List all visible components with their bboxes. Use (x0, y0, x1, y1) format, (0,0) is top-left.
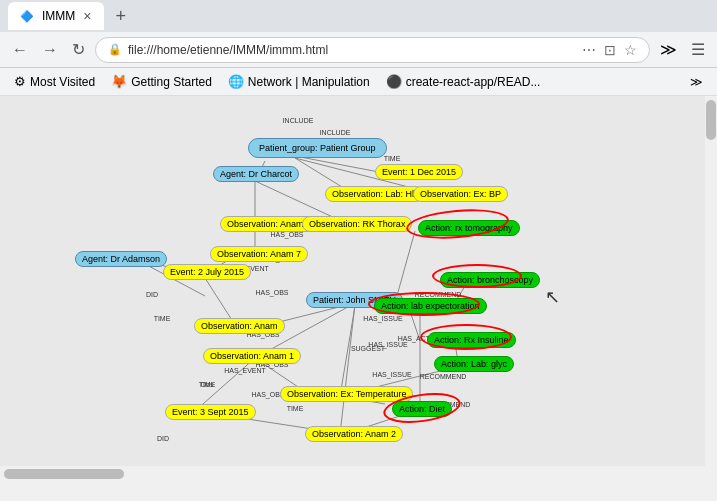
edge-label-has-issue1: HAS_ISSUE (363, 315, 402, 322)
browser-tab[interactable]: 🔷 IMMM × (8, 2, 104, 30)
new-tab-button[interactable]: + (110, 6, 133, 27)
edge-label-has-issue3: HAS_ISSUE (372, 371, 411, 378)
tab-favicon: 🔷 (20, 10, 34, 23)
node-event-dec2015[interactable]: Event: 1 Dec 2015 (375, 164, 463, 180)
gear-icon: ⚙ (14, 74, 26, 89)
red-ellipse-1 (405, 206, 510, 243)
edge-label-include2: INCLUDE (320, 129, 351, 136)
address-bar[interactable]: 🔒 file:///home/etienne/IMMM/immm.html ⋯ … (95, 37, 650, 63)
reload-button[interactable]: ↻ (68, 36, 89, 63)
node-obs-lab-hb[interactable]: Observation: Lab: Hb (325, 186, 424, 202)
edge-label-time2: TIME (154, 315, 171, 322)
edge-label-suggest1: SUGGEST (351, 345, 385, 352)
red-ellipse-3 (368, 292, 480, 316)
node-action-lab-glyc[interactable]: Action: Lab: glyc (434, 356, 514, 372)
forward-button[interactable]: → (38, 37, 62, 63)
bookmark-label: Most Visited (30, 75, 95, 89)
svg-line-15 (340, 304, 355, 434)
vertical-scrollbar[interactable] (705, 96, 717, 466)
node-obs-ex-bp[interactable]: Observation: Ex: BP (413, 186, 508, 202)
pocket-icon[interactable]: ⊡ (604, 42, 616, 58)
bookmark-label: Getting Started (131, 75, 212, 89)
node-obs-anam2[interactable]: Observation: Anam 2 (305, 426, 403, 442)
nav-bar: ← → ↻ 🔒 file:///home/etienne/IMMM/immm.h… (0, 32, 717, 68)
address-text: file:///home/etienne/IMMM/immm.html (128, 43, 576, 57)
edge-label-did2: DID (157, 435, 169, 442)
node-agent-charcot[interactable]: Agent: Dr Charcot (213, 166, 299, 182)
mouse-cursor: ↖ (545, 286, 560, 308)
globe-icon: 🌐 (228, 74, 244, 89)
firefox-icon: 🦊 (111, 74, 127, 89)
bookmark-label: Network | Manipulation (248, 75, 370, 89)
extensions-button[interactable]: ≫ (656, 36, 681, 63)
node-obs-ex-temp[interactable]: Observation: Ex: Temperature (280, 386, 413, 402)
edge-label-has-event2: HAS_EVENT (224, 367, 266, 374)
vertical-scrollbar-thumb[interactable] (706, 100, 716, 140)
bookmarks-bar: ⚙ Most Visited 🦊 Getting Started 🌐 Netwo… (0, 68, 717, 96)
edge-label-time1: TIME (384, 155, 401, 162)
bottom-bar (0, 466, 717, 482)
node-obs-rk-thorax[interactable]: Observation: RK Thorax (302, 216, 412, 232)
edge-label-recommend2: RECOMMEND (420, 373, 467, 380)
node-event-sept2015[interactable]: Event: 3 Sept 2015 (165, 404, 256, 420)
edge-label-did1: DID (146, 291, 158, 298)
bookmark-create-react-app[interactable]: ⚫ create-react-app/READ... (380, 72, 547, 91)
horizontal-scrollbar-thumb[interactable] (4, 469, 124, 479)
tab-close-button[interactable]: × (83, 8, 91, 24)
node-event-july2015[interactable]: Event: 2 July 2015 (163, 264, 251, 280)
back-button[interactable]: ← (8, 37, 32, 63)
bookmark-most-visited[interactable]: ⚙ Most Visited (8, 72, 101, 91)
bookmarks-overflow-button[interactable]: ≫ (684, 73, 709, 91)
nav-icons: ⋯ ⊡ ☆ (582, 42, 637, 58)
edge-label-time4: TIME (287, 405, 304, 412)
red-ellipse-2 (432, 264, 522, 288)
node-agent-adamson[interactable]: Agent: Dr Adamson (75, 251, 167, 267)
node-patient-group[interactable]: Patient_group: Patient Group (248, 138, 387, 158)
main-content: INCLUDE INCLUDE TIME DID TIME DID TIME T… (0, 96, 717, 466)
star-icon[interactable]: ☆ (624, 42, 637, 58)
node-obs-anam1[interactable]: Observation: Anam 1 (203, 348, 301, 364)
tab-title: IMMM (42, 9, 75, 23)
node-obs-anam-b[interactable]: Observation: Anam (194, 318, 285, 334)
horizontal-scrollbar[interactable] (0, 466, 717, 482)
bookmark-getting-started[interactable]: 🦊 Getting Started (105, 72, 218, 91)
node-obs-anam7[interactable]: Observation: Anam 7 (210, 246, 308, 262)
lock-icon: 🔒 (108, 43, 122, 56)
edge-label-obs: Obs (201, 381, 214, 388)
edge-label-include1: INCLUDE (283, 117, 314, 124)
bookmark-network[interactable]: 🌐 Network | Manipulation (222, 72, 376, 91)
menu-dots[interactable]: ⋯ (582, 42, 596, 58)
edge-label-has-obs3: HAS_OBS (255, 289, 288, 296)
hamburger-menu[interactable]: ☰ (687, 36, 709, 63)
bookmark-label: create-react-app/READ... (406, 75, 541, 89)
title-bar: 🔷 IMMM × + (0, 0, 717, 32)
github-icon: ⚫ (386, 74, 402, 89)
red-ellipse-4 (420, 324, 512, 350)
